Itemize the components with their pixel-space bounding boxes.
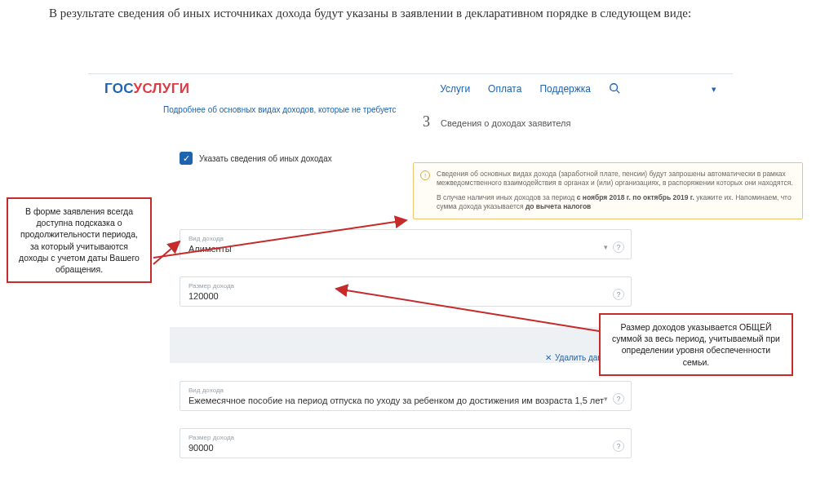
close-icon: ✕ bbox=[545, 353, 552, 362]
intro-paragraph: В результате сведения об иных источниках… bbox=[49, 5, 816, 22]
svg-point-0 bbox=[610, 83, 618, 91]
search-icon[interactable] bbox=[609, 82, 620, 96]
help-icon[interactable]: ? bbox=[613, 393, 624, 405]
help-icon[interactable]: ? bbox=[613, 440, 624, 452]
info-text-2: В случае наличия иных доходов за период … bbox=[437, 193, 794, 212]
step-number: 3 bbox=[423, 113, 430, 130]
field-label: Размер дохода bbox=[188, 282, 623, 290]
field-label: Вид дохода bbox=[188, 387, 623, 394]
logo-part2: УСЛУГИ bbox=[134, 81, 190, 96]
info-panel: ! Сведения об основных видах дохода (зар… bbox=[413, 162, 803, 219]
chevron-down-icon: ▾ bbox=[604, 395, 608, 403]
chevron-down-icon: ▾ bbox=[604, 243, 608, 251]
logo: ГОСУСЛУГИ bbox=[104, 81, 189, 97]
nav-services[interactable]: Услуги bbox=[440, 83, 470, 95]
about-incomes-link[interactable]: Подробнее об основных видах доходов, кот… bbox=[88, 102, 733, 121]
section-heading: 3 Сведения о доходах заявителя bbox=[423, 113, 570, 130]
checkmark-icon: ✓ bbox=[180, 152, 193, 165]
help-icon[interactable]: ? bbox=[613, 289, 624, 300]
income-type-field-2[interactable]: Вид дохода Ежемесячное пособие на период… bbox=[180, 381, 632, 411]
income-amount-field-1[interactable]: Размер дохода 120000 ? bbox=[180, 276, 632, 307]
income-amount-value-2: 90000 bbox=[188, 443, 623, 453]
chevron-down-icon[interactable]: ▾ bbox=[712, 84, 716, 95]
info-icon: ! bbox=[420, 170, 430, 180]
income-amount-field-2[interactable]: Размер дохода 90000 ? bbox=[180, 428, 632, 458]
help-icon[interactable]: ? bbox=[613, 241, 624, 253]
annotation-period-hint: В форме заявления всегда доступна подска… bbox=[7, 197, 152, 283]
section-title: Сведения о доходах заявителя bbox=[441, 118, 570, 128]
income-amount-value-1: 120000 bbox=[188, 291, 623, 301]
income-type-field-1[interactable]: Вид дохода Алименты ▾ ? bbox=[180, 229, 632, 259]
field-label: Размер дохода bbox=[188, 434, 623, 441]
info-text-1: Сведения об основных видах дохода (зараб… bbox=[437, 170, 794, 188]
logo-part1: ГОС bbox=[104, 81, 134, 96]
other-income-checkbox-row[interactable]: ✓ Указать сведения об иных доходах bbox=[180, 152, 332, 165]
annotation-total-amount: Размер доходов указывается ОБЩЕЙ суммой … bbox=[599, 313, 793, 376]
site-header: ГОСУСЛУГИ Услуги Оплата Поддержка ▾ bbox=[88, 74, 733, 102]
nav: Услуги Оплата Поддержка ▾ bbox=[440, 82, 716, 96]
income-type-value-2: Ежемесячное пособие на период отпуска по… bbox=[188, 396, 623, 405]
checkbox-label: Указать сведения об иных доходах bbox=[199, 154, 332, 163]
field-label: Вид дохода bbox=[188, 235, 623, 242]
screenshot-frame: ГОСУСЛУГИ Услуги Оплата Поддержка ▾ Подр… bbox=[88, 73, 733, 497]
nav-payment[interactable]: Оплата bbox=[488, 83, 521, 95]
nav-support[interactable]: Поддержка bbox=[539, 83, 591, 95]
income-type-value-1: Алименты bbox=[188, 244, 623, 254]
svg-line-1 bbox=[617, 90, 620, 93]
